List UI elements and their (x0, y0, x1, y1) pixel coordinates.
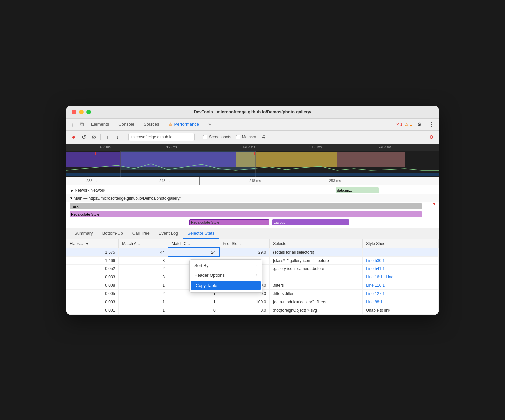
cell-selector-4: .filters (270, 281, 363, 289)
memory-checkbox[interactable] (236, 135, 240, 139)
table-header: Elaps... ▼ Match A... Match C... % of Sl… (66, 239, 439, 248)
main-row: ▼ Main — https://microsoftedge.github.io… (66, 194, 439, 202)
cell-sheet-2[interactable]: Line 541:1 (363, 264, 439, 273)
cell-sheet-4[interactable]: Line 116:1 (363, 281, 439, 289)
time-ruler: 238 ms 243 ms 248 ms 253 ms (66, 177, 439, 185)
th-match-c[interactable]: Match C... (168, 239, 219, 248)
cell-elapsed-5: 0.005 (66, 289, 119, 298)
task-bar: Task (70, 203, 422, 209)
more-button[interactable]: ⋮ (427, 120, 436, 129)
layout-bar: Layout (272, 219, 349, 225)
cell-selector-6: [data-module="gallery"] .filters (270, 298, 363, 306)
clear-button[interactable]: ⊘ (89, 132, 98, 142)
svg-rect-5 (95, 152, 96, 155)
tab-elements[interactable]: Elements (86, 119, 114, 130)
tab-bottom-up[interactable]: Bottom-Up (98, 228, 128, 239)
performance-toolbar: ● ↺ ⊘ ↑ ↓ microsoftedge.github.io ... Sc… (66, 131, 439, 144)
cell-matchc-7: 0 (168, 306, 219, 314)
table-row[interactable]: 0.003 1 1 100.0 [data-module="gallery"] … (66, 298, 439, 306)
mark-2463: 2463 ms (379, 145, 391, 149)
cell-sheet-6[interactable]: Line 88:1 (363, 298, 439, 306)
th-pct[interactable]: % of Slo... (219, 239, 270, 248)
data-bar: data:im... (336, 187, 379, 193)
cell-elapsed-2: 0.052 (66, 264, 119, 273)
th-selector[interactable]: Selector (270, 239, 363, 248)
devtools-device-icon[interactable]: ⧉ (79, 121, 85, 127)
warning-badge: ⚠ 1 (405, 122, 412, 127)
tab-event-log[interactable]: Event Log (154, 228, 183, 239)
network-row: ▶ Network Network data:im... (66, 186, 439, 194)
cell-elapsed-0: 1.575 (66, 248, 119, 256)
screenshots-checkbox[interactable] (203, 135, 207, 139)
memory-icon-button[interactable]: 🖨 (259, 132, 268, 142)
minimize-button[interactable] (79, 110, 84, 114)
task-warning (433, 203, 435, 206)
flamechart-area: 238 ms 243 ms 248 ms 253 ms ▶ Network Ne… (66, 177, 439, 228)
maximize-button[interactable] (86, 110, 91, 114)
download-button[interactable]: ↓ (113, 132, 122, 142)
devtools-window: DevTools - microsoftedge.github.io/Demos… (66, 106, 439, 315)
cell-matcha-2: 2 (119, 264, 168, 273)
task-row: Task (66, 202, 439, 210)
cell-elapsed-4: 0.008 (66, 281, 119, 289)
timeline-ruler: 463 ms 963 ms 1463 ms 1963 ms 2463 ms (66, 144, 439, 151)
cell-pct-0: 29.0 (219, 248, 270, 256)
ctx-sort-by[interactable]: Sort By › (190, 261, 262, 270)
url-display: microsoftedge.github.io ... (128, 133, 195, 141)
ctx-header-options[interactable]: Header Options › (190, 270, 262, 280)
cell-matcha-7: 1 (119, 306, 168, 314)
tab-sources[interactable]: Sources (139, 119, 164, 130)
header-row: Elaps... ▼ Match A... Match C... % of Sl… (66, 239, 439, 248)
cell-elapsed-7: 0.001 (66, 306, 119, 314)
reload-button[interactable]: ↺ (79, 132, 88, 142)
title-bar: DevTools - microsoftedge.github.io/Demos… (66, 106, 439, 119)
warning-icon: ⚠ (405, 122, 409, 127)
time-243: 243 ms (159, 179, 171, 183)
performance-warning-icon: ⚠ (169, 122, 173, 127)
mark-463: 463 ms (100, 145, 111, 149)
cell-elapsed-1: 1.466 (66, 256, 119, 264)
mark-1963: 1963 ms (309, 145, 322, 149)
tab-summary[interactable]: Summary (70, 228, 98, 239)
th-match-a[interactable]: Match A... (119, 239, 168, 248)
cell-selector-3 (270, 273, 363, 281)
cell-sheet-3[interactable]: Line 16:1 , Line... (363, 273, 439, 281)
tab-more[interactable]: » (204, 119, 215, 130)
cell-matcha-5: 2 (119, 289, 168, 298)
svg-rect-6 (254, 152, 255, 155)
bottom-tabs: Summary Bottom-Up Call Tree Event Log Se… (66, 228, 439, 239)
tab-console[interactable]: Console (114, 119, 139, 130)
cell-matchc-0: 24 (168, 248, 219, 256)
cell-matcha-3: 3 (119, 273, 168, 281)
table-row[interactable]: 1.575 44 24 29.0 (Totals for all selecto… (66, 248, 439, 256)
cell-elapsed-6: 0.003 (66, 298, 119, 306)
settings-button[interactable]: ⚙ (415, 120, 424, 129)
record-button[interactable]: ● (69, 132, 78, 142)
table-row[interactable]: 0.001 1 0 0.0 :not(foreignObject) > svg … (66, 306, 439, 314)
th-stylesheet[interactable]: Style Sheet (363, 239, 439, 248)
cell-sheet-1[interactable]: Line 530:1 (363, 256, 439, 264)
mark-1463: 1463 ms (243, 145, 255, 149)
sep1 (100, 134, 101, 140)
ctx-copy-table[interactable]: Copy Table (191, 281, 261, 290)
upload-button[interactable]: ↑ (103, 132, 112, 142)
recalc-inner-bar: Recalculate Style (189, 219, 269, 225)
cell-selector-7: :not(foreignObject) > svg (270, 306, 363, 314)
ctx-header-arrow: › (256, 273, 257, 277)
svg-rect-9 (66, 173, 439, 176)
devtools-inspect-icon[interactable]: ⬚ (70, 121, 78, 128)
performance-settings-button[interactable]: ⚙ (427, 132, 436, 142)
cell-matcha-1: 3 (119, 256, 168, 264)
cell-sheet-7: Unable to link (363, 306, 439, 314)
close-button[interactable] (72, 110, 76, 114)
tab-selector-stats[interactable]: Selector Stats (183, 228, 219, 239)
cell-sheet-5[interactable]: Line 127:1 (363, 289, 439, 298)
badge-area: ✕ 1 ⚠ 1 ⚙ ⋮ (396, 119, 436, 130)
playhead (199, 177, 200, 185)
tab-call-tree[interactable]: Call Tree (128, 228, 154, 239)
top-tab-bar: ⬚ ⧉ Elements Console Sources ⚠ Performan… (66, 119, 439, 131)
tab-performance[interactable]: ⚠ Performance (164, 119, 204, 130)
th-elapsed[interactable]: Elaps... ▼ (66, 239, 119, 248)
screenshots-checkbox-label[interactable]: Screenshots (203, 135, 231, 139)
memory-checkbox-label[interactable]: Memory (236, 135, 256, 139)
